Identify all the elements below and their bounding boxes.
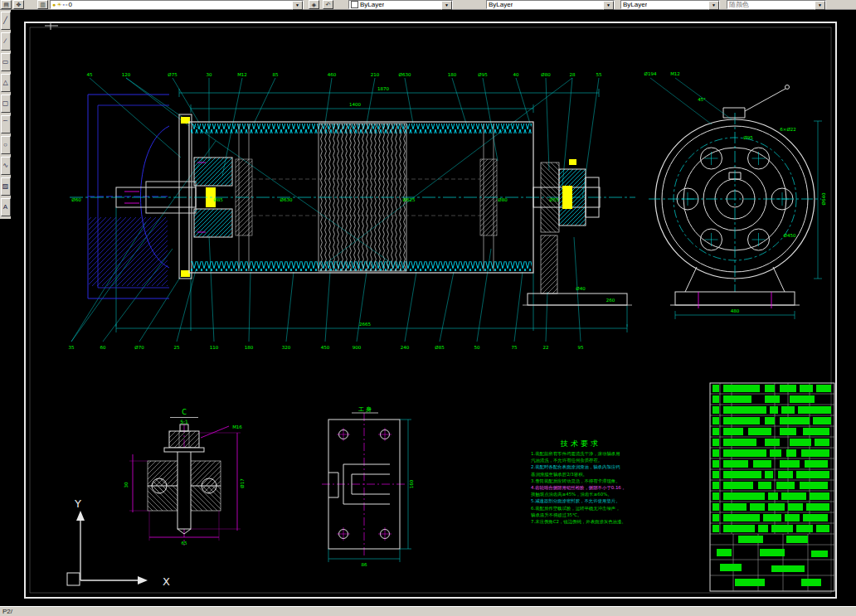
bom-cell-text: [713, 492, 719, 500]
bom-cell-text: [713, 482, 719, 489]
dimension-label: 900: [353, 345, 362, 350]
dimension-label: Ø80: [498, 197, 508, 202]
object-properties-toolbar: ▤ ✥ ▥ ●☀▪▫ 0 ▼ ◈ ↶ ByLayer ▼ ByLayer ▼ B…: [0, 0, 856, 10]
dimension-label: 30: [207, 72, 212, 77]
dimension-label: 1400: [349, 102, 361, 107]
bom-cell-text: [790, 439, 811, 446]
draw-circle-button[interactable]: ○: [1, 136, 11, 154]
draw-hatch-button[interactable]: ▨: [1, 177, 11, 196]
named-views-button[interactable]: ▤: [1, 0, 12, 9]
draw-rectangle-button[interactable]: ▢: [1, 95, 11, 113]
draw-construction-line-button[interactable]: ∕: [1, 32, 11, 51]
linetype-combo-value: ByLayer: [489, 1, 513, 8]
layer-previous-button[interactable]: ↶: [323, 0, 333, 9]
bom-cell-text: [780, 385, 796, 392]
draw-arc-icon: ⌒: [2, 120, 9, 128]
bom-cell-text: [781, 406, 795, 414]
draw-arc-button[interactable]: ⌒: [1, 115, 11, 133]
dimension-label: 110: [210, 345, 219, 350]
draw-circle-icon: ○: [3, 141, 7, 148]
dimension-label: 95: [578, 345, 584, 350]
draw-text-button[interactable]: A: [1, 198, 11, 216]
lineweight-combo-value: ByLayer: [623, 1, 647, 8]
bom-cell-text: [723, 449, 766, 457]
draw-text-icon: A: [3, 203, 7, 211]
draw-polyline-button[interactable]: ▭: [1, 53, 11, 71]
bom-cell-text: [713, 428, 719, 435]
pan-icon: ✥: [17, 2, 22, 7]
layers-icon: ▥: [40, 2, 46, 7]
title-block-text: [735, 579, 765, 586]
bom-cell-text: [713, 395, 719, 403]
pan-button[interactable]: ✥: [13, 0, 24, 9]
bom-cell-text: [723, 395, 751, 403]
layer-previous-icon: ↶: [326, 2, 331, 7]
detail-label: 30: [124, 482, 129, 487]
tech-req-line: 接触斑点沿齿高≥45%，沿齿长≥60%。: [531, 492, 612, 497]
bom-cell-text: [803, 428, 829, 435]
dropdown-arrow-icon[interactable]: ▼: [441, 1, 452, 10]
dropdown-arrow-icon[interactable]: ▼: [603, 1, 614, 10]
dimension-label: 45°: [698, 97, 706, 102]
bom-cell-text: [816, 385, 831, 392]
make-object-layer-current-button[interactable]: ◈: [309, 0, 319, 9]
tech-req-line: 7.未注倒角C2，锐边倒钝，外表面涂灰色油漆。: [531, 519, 626, 525]
bom-cell-text: [713, 439, 719, 446]
dimension-label: 45: [87, 72, 93, 77]
tech-req-line: 1.装配前所有零件均需清洗干净，滚动轴承用: [531, 451, 620, 457]
cad-drawing-canvas[interactable]: 技术要求 1.装配前所有零件均需清洗干净，滚动轴承用 汽油清洗，不允许有任何杂质…: [0, 10, 856, 606]
bom-cell-text: [770, 406, 778, 414]
layer-combo[interactable]: ●☀▪▫ 0 ▼: [50, 0, 304, 9]
dimension-label: 35: [69, 345, 75, 350]
dimension-label: Ø194: [644, 71, 657, 76]
linetype-combo[interactable]: ByLayer ▼: [486, 0, 615, 9]
plotstyle-combo-value: 随颜色: [729, 0, 749, 9]
bom-cell-text: [723, 385, 760, 392]
ucs-x-label: X: [163, 575, 170, 588]
color-combo-value: ByLayer: [360, 1, 384, 8]
draw-spline-button[interactable]: ∿: [1, 157, 11, 175]
dropdown-arrow-icon[interactable]: ▼: [708, 1, 719, 10]
draw-toolbar: ╱∕▭△▢⌒○∿▨A: [0, 10, 11, 219]
plate-label: 工 身: [358, 406, 372, 413]
draw-polygon-button[interactable]: △: [1, 74, 11, 92]
dimension-label: 2665: [359, 322, 371, 327]
bom-cell-text: [713, 460, 719, 468]
bom-cell-text: [723, 439, 756, 446]
title-block-text: [801, 579, 821, 586]
bom-cell-text: [803, 514, 828, 521]
plotstyle-combo: 随颜色 ▼: [727, 0, 826, 9]
title-block-text: [811, 551, 828, 557]
color-combo[interactable]: ByLayer ▼: [348, 0, 453, 9]
bom-cell-text: [781, 492, 806, 500]
status-text: P2/: [2, 608, 12, 615]
dropdown-arrow-icon[interactable]: ▼: [292, 1, 303, 10]
bom-cell-text: [815, 439, 829, 446]
dimension-label: M12: [237, 72, 247, 77]
dimension-label: Ø630: [280, 197, 293, 202]
dimension-label: Ø630: [399, 72, 411, 77]
lineweight-combo[interactable]: ByLayer ▼: [620, 0, 720, 9]
tech-req-line: 轴承温升不得超过35℃。: [531, 512, 581, 518]
bom-cell-text: [780, 428, 796, 435]
bom-cell-text: [780, 460, 800, 468]
dimension-label: 210: [371, 72, 380, 77]
layers-dialog-button[interactable]: ▥: [37, 0, 48, 9]
bom-cell-text: [713, 385, 719, 392]
key-block-top: [181, 117, 190, 124]
dimension-label: Ø85: [213, 197, 223, 202]
bom-cell-text: [723, 514, 760, 521]
dimension-label: Ø75: [168, 72, 178, 77]
bom-cell-text: [796, 525, 813, 532]
bom-cell-text: [798, 406, 831, 414]
dimension-label: 240: [401, 345, 410, 350]
draw-hatch-icon: ▨: [2, 182, 9, 190]
bom-cell-text: [765, 439, 780, 446]
dimension-label: Ø95: [478, 72, 488, 77]
dimension-label: 180: [448, 72, 457, 77]
dimension-label: M12: [670, 71, 680, 76]
bom-cell-text: [765, 395, 780, 403]
draw-line-button[interactable]: ╱: [1, 12, 11, 30]
key-block-bottom: [181, 270, 190, 277]
bom-cell-text: [785, 514, 800, 521]
